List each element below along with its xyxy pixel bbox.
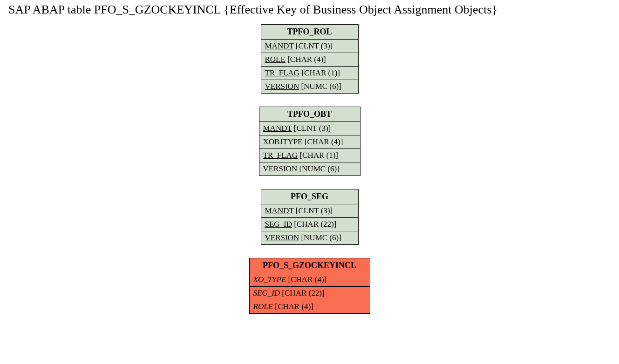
page-title: SAP ABAP table PFO_S_GZOCKEYINCL {Effect…	[0, 3, 619, 17]
field-name: ROLE	[253, 302, 273, 311]
entity-field-row: TR_FLAG [CHAR (1)]	[259, 149, 360, 162]
field-type: [CHAR (4)]	[273, 302, 313, 311]
field-name: SEG_ID	[265, 220, 292, 229]
entity-field-row: MANDT [CLNT (3)]	[261, 40, 358, 53]
entity-field-row: SEG_ID [CHAR (22)]	[261, 218, 358, 231]
field-type: [NUMC (6)]	[299, 82, 341, 91]
entity-table-tpfo-obt: TPFO_OBT MANDT [CLNT (3)] XOBJTYPE [CHAR…	[259, 107, 361, 176]
field-name: TR_FLAG	[263, 151, 298, 160]
field-name: MANDT	[265, 206, 294, 215]
entity-field-row: ROLE [CHAR (4)]	[250, 300, 370, 313]
field-type: [CHAR (1)]	[299, 68, 340, 77]
entity-table-pfo-seg: PFO_SEG MANDT [CLNT (3)] SEG_ID [CHAR (2…	[261, 189, 359, 245]
entity-header: TPFO_ROL	[261, 25, 358, 40]
entity-field-row: MANDT [CLNT (3)]	[261, 204, 358, 218]
field-type: [CHAR (4)]	[286, 55, 326, 64]
field-type: [CHAR (1)]	[298, 151, 338, 160]
field-name: VERSION	[265, 233, 299, 242]
field-name: XO_TYPE	[253, 275, 286, 284]
field-type: [CHAR (22)]	[280, 289, 324, 297]
field-type: [CHAR (22)]	[292, 220, 336, 229]
entity-table-tpfo-rol: TPFO_ROL MANDT [CLNT (3)] ROLE [CHAR (4)…	[261, 24, 359, 94]
field-name: MANDT	[263, 124, 292, 133]
entity-field-row: MANDT [CLNT (3)]	[259, 122, 360, 135]
field-type: [NUMC (6)]	[299, 233, 341, 242]
page: SAP ABAP table PFO_S_GZOCKEYINCL {Effect…	[0, 0, 619, 364]
field-type: [CLNT (3)]	[294, 206, 333, 215]
field-name: SEG_ID	[253, 289, 280, 297]
field-type: [CLNT (3)]	[292, 124, 331, 133]
entity-field-row: VERSION [NUMC (6)]	[261, 231, 358, 244]
entity-header: TPFO_OBT	[259, 107, 360, 122]
er-diagram: TPFO_ROL MANDT [CLNT (3)] ROLE [CHAR (4)…	[0, 24, 619, 327]
entity-field-row: TR_FLAG [CHAR (1)]	[261, 67, 358, 80]
entity-field-row: XOBJTYPE [CHAR (4)]	[259, 135, 360, 149]
entity-field-row: SEG_ID [CHAR (22)]	[250, 287, 370, 300]
field-type: [CHAR (4)]	[303, 137, 343, 146]
field-name: XOBJTYPE	[263, 137, 303, 146]
entity-header: PFO_SEG	[261, 189, 358, 204]
entity-field-row: ROLE [CHAR (4)]	[261, 53, 358, 67]
field-type: [NUMC (6)]	[297, 164, 340, 173]
entity-field-row: VERSION [NUMC (6)]	[261, 80, 358, 93]
field-name: ROLE	[265, 55, 286, 64]
field-name: VERSION	[263, 164, 298, 173]
field-type: [CLNT (3)]	[294, 41, 333, 50]
field-name: VERSION	[265, 82, 299, 91]
field-type: [CHAR (4)]	[286, 275, 327, 284]
field-name: MANDT	[265, 41, 294, 50]
entity-field-row: XO_TYPE [CHAR (4)]	[250, 273, 370, 287]
field-name: TR_FLAG	[265, 68, 300, 77]
entity-table-pfo-s-gzockeyincl: PFO_S_GZOCKEYINCL XO_TYPE [CHAR (4)] SEG…	[249, 258, 370, 314]
entity-field-row: VERSION [NUMC (6)]	[259, 162, 360, 175]
entity-header: PFO_S_GZOCKEYINCL	[250, 258, 370, 273]
